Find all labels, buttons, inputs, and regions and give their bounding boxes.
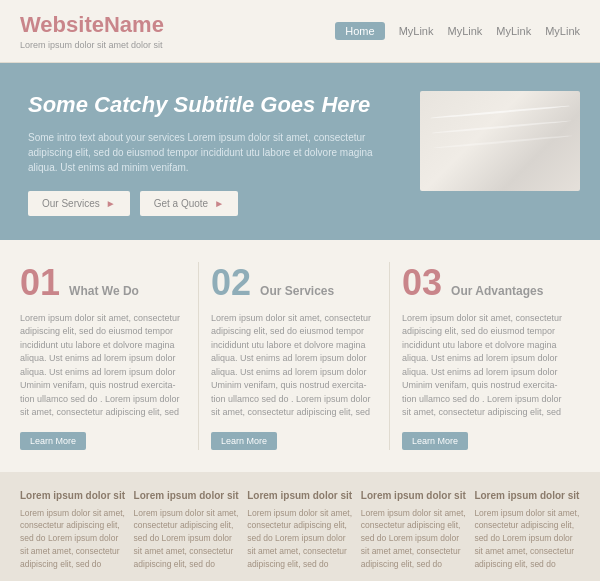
feature-1-body: Lorem ipsum dolor sit amet, consectetur … bbox=[20, 312, 186, 420]
info-block-4-title: Lorem ipsum dolor sit bbox=[361, 490, 467, 501]
info-block-5-body: Lorem ipsum dolor sit amet, consectetur … bbox=[474, 507, 580, 571]
our-services-button[interactable]: Our Services ► bbox=[28, 191, 130, 216]
logo-subtitle: Lorem ipsum dolor sit amet dolor sit bbox=[20, 40, 164, 50]
arrow-icon: ► bbox=[106, 198, 116, 209]
feature-1: 01 What We Do Lorem ipsum dolor sit amet… bbox=[20, 262, 199, 450]
info-block-1: Lorem ipsum dolor sit Lorem ipsum dolor … bbox=[20, 490, 126, 571]
info-block-5: Lorem ipsum dolor sit Lorem ipsum dolor … bbox=[474, 490, 580, 571]
hero-image bbox=[420, 91, 580, 191]
nav: Home MyLink MyLink MyLink MyLink bbox=[335, 22, 580, 40]
nav-link-1[interactable]: MyLink bbox=[399, 25, 434, 37]
feature-3: 03 Our Advantages Lorem ipsum dolor sit … bbox=[390, 262, 580, 450]
feature-2: 02 Our Services Lorem ipsum dolor sit am… bbox=[199, 262, 390, 450]
feature-2-num: 02 bbox=[211, 262, 251, 303]
info-block-1-title: Lorem ipsum dolor sit bbox=[20, 490, 126, 501]
info-block-3-body: Lorem ipsum dolor sit amet, consectetur … bbox=[247, 507, 353, 571]
header: WebsiteName Lorem ipsum dolor sit amet d… bbox=[0, 0, 600, 63]
info-block-2-body: Lorem ipsum dolor sit amet, consectetur … bbox=[134, 507, 240, 571]
feature-1-learn-btn[interactable]: Learn More bbox=[20, 432, 86, 450]
info-block-3-title: Lorem ipsum dolor sit bbox=[247, 490, 353, 501]
feature-3-body: Lorem ipsum dolor sit amet, consectetur … bbox=[402, 312, 568, 420]
info-block-4-body: Lorem ipsum dolor sit amet, consectetur … bbox=[361, 507, 467, 571]
feature-2-body: Lorem ipsum dolor sit amet, consectetur … bbox=[211, 312, 377, 420]
info-blocks-section: Lorem ipsum dolor sit Lorem ipsum dolor … bbox=[0, 472, 600, 581]
info-block-1-body: Lorem ipsum dolor sit amet, consectetur … bbox=[20, 507, 126, 571]
feature-3-num: 03 bbox=[402, 262, 442, 303]
features-section: 01 What We Do Lorem ipsum dolor sit amet… bbox=[0, 240, 600, 472]
get-quote-button[interactable]: Get a Quote ► bbox=[140, 191, 238, 216]
feature-1-num: 01 bbox=[20, 262, 60, 303]
info-block-4: Lorem ipsum dolor sit Lorem ipsum dolor … bbox=[361, 490, 467, 571]
hero-section: Some Catchy Subtitle Goes Here Some intr… bbox=[0, 63, 600, 240]
arrow-icon: ► bbox=[214, 198, 224, 209]
logo-main: Website bbox=[20, 12, 104, 37]
hero-title: Some Catchy Subtitle Goes Here bbox=[28, 91, 400, 120]
logo-accent: Name bbox=[104, 12, 164, 37]
hero-buttons: Our Services ► Get a Quote ► bbox=[28, 191, 400, 216]
info-block-3: Lorem ipsum dolor sit Lorem ipsum dolor … bbox=[247, 490, 353, 571]
info-block-2-title: Lorem ipsum dolor sit bbox=[134, 490, 240, 501]
info-block-5-title: Lorem ipsum dolor sit bbox=[474, 490, 580, 501]
nav-link-4[interactable]: MyLink bbox=[545, 25, 580, 37]
logo: WebsiteName bbox=[20, 12, 164, 38]
hero-content: Some Catchy Subtitle Goes Here Some intr… bbox=[28, 91, 400, 216]
nav-link-2[interactable]: MyLink bbox=[447, 25, 482, 37]
info-block-2: Lorem ipsum dolor sit Lorem ipsum dolor … bbox=[134, 490, 240, 571]
nav-home[interactable]: Home bbox=[335, 22, 384, 40]
feature-2-title: Our Services bbox=[260, 284, 334, 298]
feature-3-title: Our Advantages bbox=[451, 284, 543, 298]
feature-2-learn-btn[interactable]: Learn More bbox=[211, 432, 277, 450]
nav-link-3[interactable]: MyLink bbox=[496, 25, 531, 37]
logo-area: WebsiteName Lorem ipsum dolor sit amet d… bbox=[20, 12, 164, 50]
hero-intro: Some intro text about your services Lore… bbox=[28, 130, 400, 175]
feature-1-title: What We Do bbox=[69, 284, 139, 298]
feature-3-learn-btn[interactable]: Learn More bbox=[402, 432, 468, 450]
